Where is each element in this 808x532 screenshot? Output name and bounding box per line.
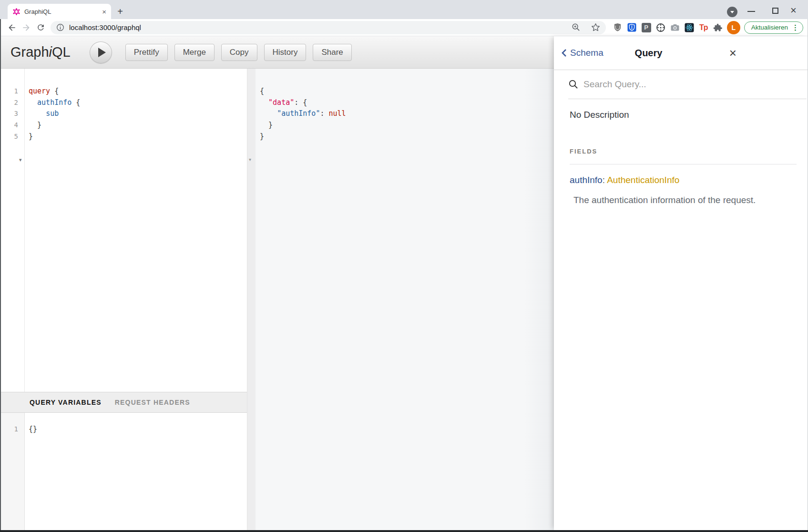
variables-editor-code[interactable]: {}: [25, 413, 247, 530]
tab-search-button[interactable]: [727, 7, 737, 17]
browser-window: GraphiQL × + × localhost:3000: [0, 0, 808, 532]
execute-query-button[interactable]: [90, 41, 112, 63]
extension-react-devtools-icon[interactable]: [682, 20, 696, 35]
window-minimize-button[interactable]: [747, 11, 755, 12]
extension-p-icon[interactable]: P: [639, 20, 654, 35]
browser-toolbar: localhost:3000/graphql P: [0, 19, 808, 36]
query-editor-gutter: 12345: [0, 69, 25, 392]
update-label: Aktualisieren: [751, 24, 788, 31]
bookmark-star-icon[interactable]: [591, 23, 600, 32]
variables-tab-bar: QUERY VARIABLES REQUEST HEADERS: [0, 392, 247, 413]
extension-ublock-icon[interactable]: [611, 20, 625, 35]
new-tab-button[interactable]: +: [113, 5, 127, 18]
fold-arrow-icon[interactable]: ▾: [19, 157, 22, 163]
type-name-link[interactable]: AuthenticationInfo: [607, 175, 679, 185]
graphiql-workspace: GraphiQL Prettify Merge Copy History Sha…: [0, 36, 554, 530]
tp-letters: Tp: [699, 23, 708, 32]
query-pane: 12345 query { authInfo { sub }} QUERY VA…: [0, 69, 247, 530]
tab-query-variables[interactable]: QUERY VARIABLES: [30, 399, 102, 406]
prettify-button[interactable]: Prettify: [125, 44, 168, 61]
kebab-menu-icon: ⋮: [792, 24, 799, 31]
doc-body: No Description FIELDS authInfo: Authenti…: [554, 99, 808, 205]
doc-title: Query: [561, 48, 736, 59]
zoom-icon[interactable]: [572, 23, 581, 32]
extension-camera-icon[interactable]: [668, 20, 682, 35]
back-button[interactable]: [5, 20, 19, 35]
graphiql-topbar: GraphiQL Prettify Merge Copy History Sha…: [0, 36, 554, 69]
field-description: The authentication information of the re…: [570, 195, 797, 205]
doc-explorer-header: Schema Query ×: [554, 36, 808, 70]
window-maximize-button[interactable]: [772, 8, 778, 14]
search-icon: [568, 79, 579, 90]
editor-panes: 12345 query { authInfo { sub }} QUERY VA…: [0, 69, 554, 530]
tab-title: GraphiQL: [24, 8, 102, 15]
copy-button[interactable]: Copy: [221, 44, 257, 61]
result-pane: { "data": { "authInfo": null }}: [256, 69, 554, 530]
window-edge: [0, 530, 808, 532]
reload-button[interactable]: [33, 20, 48, 35]
merge-button[interactable]: Merge: [174, 44, 215, 61]
window-edge: [0, 19, 1, 532]
tab-strip: GraphiQL × + ×: [0, 0, 808, 19]
doc-field-authinfo: authInfo: AuthenticationInfo: [570, 175, 797, 185]
forward-button[interactable]: [19, 20, 33, 35]
doc-explorer-panel: Schema Query × No Description FIELDS: [554, 36, 808, 530]
result-viewer-code: { "data": { "authInfo": null }}: [256, 69, 554, 143]
share-button[interactable]: Share: [313, 44, 351, 61]
tab-close-icon[interactable]: ×: [102, 8, 106, 15]
url-text[interactable]: localhost:3000/graphql: [69, 23, 572, 31]
pane-resize-divider[interactable]: [247, 69, 256, 530]
variables-editor-gutter: 1: [0, 413, 25, 530]
fold-arrow-icon[interactable]: ▾: [249, 157, 251, 162]
graphiql-logo: GraphiQL: [10, 44, 71, 60]
doc-no-description: No Description: [570, 110, 797, 120]
extension-tp-icon[interactable]: Tp: [696, 20, 711, 35]
graphql-favicon-icon: [13, 8, 20, 15]
variables-editor[interactable]: 1 {}: [0, 413, 247, 530]
field-name-link[interactable]: authInfo: [570, 175, 603, 185]
extension-bitwarden-icon[interactable]: [625, 20, 639, 35]
query-editor-code[interactable]: query { authInfo { sub }}: [25, 69, 247, 392]
query-editor[interactable]: 12345 query { authInfo { sub }}: [0, 69, 247, 392]
history-button[interactable]: History: [264, 44, 307, 61]
doc-close-icon[interactable]: ×: [729, 47, 736, 59]
graphiql-app: GraphiQL Prettify Merge Copy History Sha…: [0, 36, 808, 530]
doc-search-input[interactable]: [583, 79, 807, 90]
doc-search-row: [568, 70, 807, 99]
profile-avatar[interactable]: L: [727, 21, 740, 34]
play-icon: [98, 48, 106, 57]
doc-fields-heading: FIELDS: [570, 148, 797, 155]
chevron-down-icon: [730, 11, 734, 13]
chrome-update-menu-button[interactable]: Aktualisieren ⋮: [744, 21, 803, 34]
divider: [570, 164, 797, 164]
p-letter: P: [642, 23, 651, 32]
extensions-puzzle-icon[interactable]: [711, 20, 725, 35]
browser-tab-graphiql[interactable]: GraphiQL ×: [8, 4, 111, 19]
window-close-button[interactable]: ×: [790, 4, 797, 17]
address-bar[interactable]: localhost:3000/graphql: [51, 21, 606, 34]
page-info-icon[interactable]: [56, 23, 64, 31]
tab-request-headers[interactable]: REQUEST HEADERS: [115, 399, 190, 406]
extension-crosshair-icon[interactable]: [654, 20, 668, 35]
